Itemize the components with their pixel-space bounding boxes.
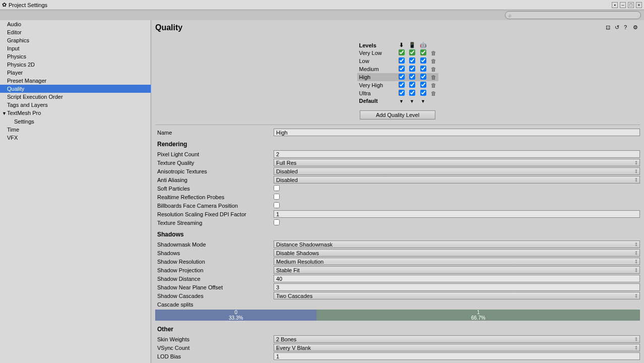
anisotropic-label: Anisotropic Textures bbox=[155, 168, 274, 174]
shadows-dropdown[interactable]: Disable Shadows bbox=[274, 249, 640, 257]
level-row-ultra[interactable]: Ultra🗑 bbox=[357, 89, 438, 97]
sidebar-item-physics-2d[interactable]: Physics 2D bbox=[0, 60, 151, 69]
add-quality-level-button[interactable]: Add Quality Level bbox=[360, 110, 435, 119]
shadow-resolution-dropdown[interactable]: Medium Resolution bbox=[274, 258, 640, 265]
shadows-header: Shadows bbox=[155, 227, 640, 240]
level-row-very-high[interactable]: Very High🗑 bbox=[357, 81, 438, 89]
sidebar-item-textmesh-pro[interactable]: ▼TextMesh Pro bbox=[0, 109, 151, 117]
default-arrow-icon[interactable]: ▼ bbox=[410, 99, 414, 104]
trash-icon[interactable]: 🗑 bbox=[431, 58, 436, 64]
level-checkbox[interactable] bbox=[399, 74, 405, 80]
level-checkbox[interactable] bbox=[409, 74, 415, 80]
close-icon[interactable]: × bbox=[636, 2, 642, 8]
shadow-near-plane-input[interactable] bbox=[274, 283, 640, 291]
shadow-projection-label: Shadow Projection bbox=[155, 267, 274, 273]
sidebar-item-editor[interactable]: Editor bbox=[0, 28, 151, 36]
level-checkbox[interactable] bbox=[409, 66, 415, 72]
level-checkbox[interactable] bbox=[420, 90, 426, 96]
level-checkbox[interactable] bbox=[420, 82, 426, 88]
window-title: Project Settings bbox=[9, 2, 47, 8]
search-input[interactable]: ⌕ bbox=[505, 11, 641, 19]
soft-particles-checkbox[interactable] bbox=[274, 185, 280, 191]
level-checkbox[interactable] bbox=[399, 49, 405, 55]
sidebar-item-graphics[interactable]: Graphics bbox=[0, 36, 151, 44]
gear-icon: ✿ bbox=[2, 2, 7, 8]
skin-weights-label: Skin Weights bbox=[155, 336, 274, 342]
level-checkbox[interactable] bbox=[420, 74, 426, 80]
cascade-splits-bar[interactable]: 033.3% 166.7% bbox=[155, 310, 640, 321]
skin-weights-dropdown[interactable]: 2 Bones bbox=[274, 335, 640, 343]
level-checkbox[interactable] bbox=[420, 66, 426, 72]
sidebar-item-preset-manager[interactable]: Preset Manager bbox=[0, 77, 151, 85]
maximize-icon[interactable]: □ bbox=[628, 2, 634, 8]
default-arrow-icon[interactable]: ▼ bbox=[399, 99, 404, 104]
default-arrow-icon[interactable]: ▼ bbox=[421, 99, 425, 104]
trash-icon[interactable]: 🗑 bbox=[431, 50, 436, 56]
cascade-segment-0: 033.3% bbox=[155, 310, 316, 321]
name-input[interactable] bbox=[274, 129, 640, 136]
sidebar-item-physics[interactable]: Physics bbox=[0, 52, 151, 60]
level-checkbox[interactable] bbox=[420, 57, 426, 64]
reflection-probes-checkbox[interactable] bbox=[274, 194, 280, 200]
window-buttons: ▪ – □ × bbox=[612, 2, 642, 8]
sidebar-item-audio[interactable]: Audio bbox=[0, 20, 151, 28]
level-checkbox[interactable] bbox=[399, 57, 405, 64]
trash-icon[interactable]: 🗑 bbox=[431, 66, 436, 72]
shadowmask-label: Shadowmask Mode bbox=[155, 241, 274, 248]
help-icon[interactable]: ? bbox=[624, 24, 631, 31]
trash-icon[interactable]: 🗑 bbox=[431, 90, 436, 96]
lod-bias-input[interactable] bbox=[274, 352, 640, 360]
shadowmask-dropdown[interactable]: Distance Shadowmask bbox=[274, 240, 640, 248]
anti-aliasing-label: Anti Aliasing bbox=[155, 177, 274, 183]
level-checkbox[interactable] bbox=[409, 90, 415, 96]
resolution-scaling-label: Resolution Scaling Fixed DPI Factor bbox=[155, 211, 274, 217]
shadow-projection-dropdown[interactable]: Stable Fit bbox=[274, 266, 640, 274]
level-name: Very High bbox=[357, 81, 397, 89]
shadow-resolution-label: Shadow Resolution bbox=[155, 259, 274, 265]
level-checkbox[interactable] bbox=[409, 49, 415, 55]
minimize-icon[interactable]: – bbox=[620, 2, 626, 8]
level-row-high[interactable]: High🗑 bbox=[357, 73, 438, 81]
vsync-dropdown[interactable]: Every V Blank bbox=[274, 344, 640, 351]
trash-icon[interactable]: 🗑 bbox=[431, 74, 436, 80]
sidebar-item-tags-and-layers[interactable]: Tags and Layers bbox=[0, 101, 151, 109]
level-checkbox[interactable] bbox=[409, 82, 415, 88]
level-row-medium[interactable]: Medium🗑 bbox=[357, 65, 438, 73]
divider bbox=[155, 125, 640, 125]
level-row-very-low[interactable]: Very Low🗑 bbox=[357, 49, 438, 57]
sidebar-item-settings[interactable]: Settings bbox=[0, 117, 151, 126]
level-checkbox[interactable] bbox=[409, 57, 415, 64]
cascade-segment-1: 166.7% bbox=[316, 310, 640, 321]
anti-aliasing-dropdown[interactable]: Disabled bbox=[274, 176, 640, 184]
trash-icon[interactable]: 🗑 bbox=[431, 82, 436, 88]
sidebar-item-script-execution-order[interactable]: Script Execution Order bbox=[0, 93, 151, 101]
platform-android-icon: 🤖 bbox=[420, 42, 427, 48]
level-checkbox[interactable] bbox=[399, 66, 405, 72]
vsync-label: VSync Count bbox=[155, 345, 274, 351]
sidebar-item-time[interactable]: Time bbox=[0, 126, 151, 134]
pixel-light-input[interactable] bbox=[274, 150, 640, 158]
sidebar-item-player[interactable]: Player bbox=[0, 69, 151, 77]
search-icon: ⌕ bbox=[508, 13, 511, 18]
dock-icon[interactable]: ▪ bbox=[612, 2, 618, 8]
preset-icon[interactable]: ⊡ bbox=[606, 24, 613, 31]
level-row-low[interactable]: Low🗑 bbox=[357, 57, 438, 65]
level-checkbox[interactable] bbox=[420, 49, 426, 55]
anisotropic-dropdown[interactable]: Disabled bbox=[274, 167, 640, 175]
platform-standalone-icon: ⬇ bbox=[399, 42, 404, 48]
texture-quality-dropdown[interactable]: Full Res bbox=[274, 159, 640, 166]
settings-icon[interactable]: ⚙ bbox=[633, 24, 640, 31]
sidebar-item-input[interactable]: Input bbox=[0, 44, 151, 52]
sidebar-item-quality[interactable]: Quality bbox=[0, 85, 151, 93]
shadow-cascades-dropdown[interactable]: Two Cascades bbox=[274, 292, 640, 299]
reset-icon[interactable]: ↺ bbox=[615, 24, 622, 31]
level-checkbox[interactable] bbox=[399, 82, 405, 88]
resolution-scaling-input[interactable] bbox=[274, 210, 640, 218]
sidebar-item-vfx[interactable]: VFX bbox=[0, 134, 151, 142]
shadow-distance-input[interactable] bbox=[274, 275, 640, 282]
billboards-checkbox[interactable] bbox=[274, 202, 280, 208]
shadow-distance-label: Shadow Distance bbox=[155, 276, 274, 282]
texture-streaming-checkbox[interactable] bbox=[274, 219, 280, 225]
level-checkbox[interactable] bbox=[399, 90, 405, 96]
cascade-splits-label: Cascade splits bbox=[155, 301, 274, 308]
